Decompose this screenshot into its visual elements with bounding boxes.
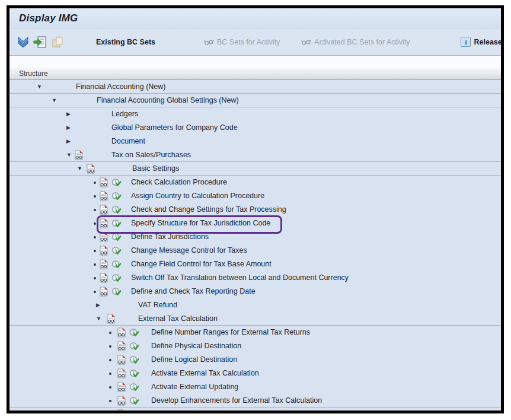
tree-item-label[interactable]: Define Tax Jurisdictions bbox=[131, 230, 209, 244]
documentation-icon[interactable] bbox=[107, 312, 115, 326]
leaf-bullet-icon bbox=[94, 230, 96, 244]
expanded-node-icon[interactable]: ▼ bbox=[37, 80, 42, 94]
tree-item-label[interactable]: Define Logical Destination bbox=[151, 353, 237, 367]
tree-item-label[interactable]: Ledgers bbox=[111, 107, 138, 121]
tree-row: Check Calculation Procedure bbox=[9, 176, 501, 189]
documentation-icon[interactable] bbox=[117, 394, 126, 408]
execute-activity-icon[interactable] bbox=[111, 189, 122, 203]
tree-row: ▶VAT Refund bbox=[9, 298, 501, 312]
documentation-icon[interactable] bbox=[100, 271, 108, 285]
documentation-icon[interactable] bbox=[100, 285, 108, 298]
tree-row: Define Number Ranges for External Tax Re… bbox=[9, 326, 501, 339]
position-icon[interactable] bbox=[33, 34, 47, 50]
tree-item-label[interactable]: Document bbox=[111, 135, 145, 148]
documentation-icon[interactable] bbox=[100, 244, 108, 257]
expanded-node-icon[interactable]: ▼ bbox=[66, 148, 72, 162]
tree-row: Switch Off Tax Translation between Local… bbox=[9, 271, 501, 285]
tree-row: Activate External Tax Calculation bbox=[9, 367, 501, 380]
tree-row: ▼Financial Accounting (New) bbox=[9, 80, 501, 94]
tree-item-label[interactable]: Change Message Control for Taxes bbox=[131, 244, 247, 257]
documentation-icon[interactable] bbox=[100, 189, 108, 203]
tree-item-label[interactable]: Define Physical Destination bbox=[151, 339, 241, 353]
execute-activity-icon[interactable] bbox=[111, 244, 122, 257]
leaf-bullet-icon bbox=[94, 285, 96, 298]
execute-activity-icon[interactable] bbox=[111, 271, 122, 285]
execute-activity-icon[interactable] bbox=[129, 353, 139, 367]
tree-item-label[interactable]: Switch Off Tax Translation between Local… bbox=[131, 271, 349, 285]
leaf-bullet-icon bbox=[94, 189, 96, 203]
tree-item-label[interactable]: Check and Change Settings for Tax Proces… bbox=[131, 203, 286, 217]
activated-bc-sets-for-activity-button: Activated BC Sets for Activity bbox=[301, 38, 410, 46]
expanded-node-icon[interactable]: ▼ bbox=[52, 94, 57, 107]
documentation-icon[interactable] bbox=[117, 380, 126, 394]
tree-row: Specify Structure for Tax Jurisdiction C… bbox=[9, 217, 501, 230]
collapsed-node-icon[interactable]: ▶ bbox=[96, 298, 100, 312]
tree-item-label[interactable]: Activate External Updating bbox=[151, 380, 238, 394]
execute-activity-icon[interactable] bbox=[111, 257, 122, 271]
documentation-icon[interactable] bbox=[100, 257, 108, 271]
documentation-icon[interactable] bbox=[100, 230, 108, 244]
documentation-icon[interactable] bbox=[87, 162, 95, 176]
tree-item-label[interactable]: Financial Accounting (New) bbox=[76, 80, 165, 94]
leaf-bullet-icon bbox=[109, 367, 111, 380]
execute-activity-icon[interactable] bbox=[129, 326, 139, 339]
documentation-icon[interactable] bbox=[75, 148, 83, 162]
collapsed-node-icon[interactable]: ▶ bbox=[66, 121, 71, 135]
tree-item-label[interactable]: Tax on Sales/Purchases bbox=[111, 148, 191, 162]
tree-row: ▼Financial Accounting Global Settings (N… bbox=[9, 94, 501, 107]
leaf-bullet-icon bbox=[109, 353, 111, 367]
tree-item-label[interactable]: Define Number Ranges for External Tax Re… bbox=[151, 326, 310, 339]
documentation-icon[interactable] bbox=[117, 367, 126, 380]
tree-row: Define and Check Tax Reporting Date bbox=[9, 285, 501, 298]
documentation-icon[interactable] bbox=[117, 326, 126, 339]
page-title: Display IMG bbox=[19, 12, 78, 24]
documentation-icon[interactable] bbox=[100, 176, 108, 189]
tree-item-label[interactable]: Specify Structure for Tax Jurisdiction C… bbox=[131, 217, 270, 230]
collapsed-node-icon[interactable]: ▶ bbox=[66, 107, 71, 121]
tree-item-label[interactable]: Assign Country to Calculation Procedure bbox=[131, 189, 264, 203]
tree-item-label[interactable]: Activate External Tax Calculation bbox=[151, 367, 259, 380]
tree-item-label[interactable]: Check Calculation Procedure bbox=[131, 176, 227, 189]
tree-item-label[interactable]: Change Field Control for Tax Base Amount bbox=[131, 257, 272, 271]
tree-item-label[interactable]: Basic Settings bbox=[132, 162, 179, 176]
tree-item-label[interactable]: VAT Refund bbox=[138, 298, 177, 312]
execute-activity-icon[interactable] bbox=[111, 230, 122, 244]
leaf-bullet-icon bbox=[94, 176, 96, 189]
execute-activity-icon[interactable] bbox=[129, 339, 139, 353]
copy-icon bbox=[51, 34, 64, 50]
leaf-bullet-icon bbox=[94, 217, 96, 230]
application-toolbar: Existing BC Sets BC Sets for Activity bbox=[9, 28, 501, 56]
tree-row: Define Logical Destination bbox=[9, 353, 501, 367]
documentation-icon[interactable] bbox=[117, 353, 126, 367]
tree-row: ▶Ledgers bbox=[9, 107, 501, 121]
leaf-bullet-icon bbox=[109, 380, 111, 394]
release-notes-button[interactable]: i Release Notes bbox=[461, 37, 504, 47]
documentation-icon[interactable] bbox=[100, 217, 108, 230]
toolbar-content-gap bbox=[9, 56, 501, 67]
expand-collapse-icon[interactable] bbox=[17, 34, 30, 50]
tree-item-label[interactable]: External Tax Calculation bbox=[138, 312, 218, 326]
tree-item-label[interactable]: Develop Enhancements for External Tax Ca… bbox=[151, 394, 322, 408]
documentation-icon[interactable] bbox=[100, 203, 108, 217]
leaf-bullet-icon bbox=[94, 257, 96, 271]
execute-activity-icon[interactable] bbox=[111, 285, 122, 298]
expanded-node-icon[interactable]: ▼ bbox=[77, 162, 82, 176]
existing-bc-sets-button[interactable]: Existing BC Sets bbox=[96, 38, 155, 46]
collapsed-node-icon[interactable]: ▶ bbox=[66, 135, 71, 148]
glasses-icon bbox=[301, 38, 311, 46]
bc-sets-for-activity-button: BC Sets for Activity bbox=[204, 38, 280, 46]
tree-item-label[interactable]: Financial Accounting Global Settings (Ne… bbox=[97, 94, 239, 107]
execute-activity-icon[interactable] bbox=[111, 176, 122, 189]
tree-item-label[interactable]: Global Parameters for Company Code bbox=[111, 121, 238, 135]
tree-column-header-label: Structure bbox=[19, 69, 48, 78]
expanded-node-icon[interactable]: ▼ bbox=[96, 312, 101, 326]
execute-activity-icon[interactable] bbox=[111, 217, 122, 230]
documentation-icon[interactable] bbox=[117, 339, 126, 353]
leaf-bullet-icon bbox=[109, 326, 111, 339]
tree-item-label[interactable]: Define and Check Tax Reporting Date bbox=[131, 285, 256, 298]
execute-activity-icon[interactable] bbox=[111, 203, 122, 217]
execute-activity-icon[interactable] bbox=[129, 380, 139, 394]
execute-activity-icon[interactable] bbox=[129, 394, 139, 408]
execute-activity-icon[interactable] bbox=[129, 367, 139, 380]
leaf-bullet-icon bbox=[94, 203, 96, 217]
